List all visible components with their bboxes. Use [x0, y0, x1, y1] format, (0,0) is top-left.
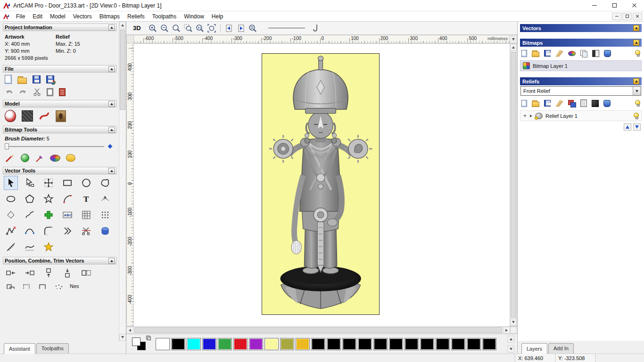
fit-curve-icon[interactable] [23, 224, 37, 238]
mdi-minimize-button[interactable] [612, 13, 621, 20]
star-wizard-icon[interactable] [41, 240, 56, 254]
minimize-button[interactable] [585, 0, 604, 11]
calculate-relief-icon[interactable] [580, 99, 587, 107]
color-swatch-16[interactable] [405, 338, 419, 350]
save-relief-icon[interactable] [544, 100, 551, 107]
palette-scroll-up-button[interactable] [507, 336, 514, 343]
bitmap-layer-name[interactable]: Bitmap Layer 1 [533, 63, 568, 69]
color-swatch-14[interactable] [373, 338, 388, 350]
palette-icon[interactable] [50, 155, 60, 162]
texture-relief-icon[interactable] [22, 110, 33, 122]
menu-model[interactable]: Model [46, 12, 69, 21]
sculpt-icon[interactable] [39, 111, 50, 121]
zoom-1to1-icon[interactable] [194, 23, 206, 34]
undo-icon[interactable] [5, 88, 13, 96]
relief-stack-icon[interactable] [568, 100, 576, 107]
relief-layer-lightbulb-icon[interactable] [634, 113, 639, 118]
create-arc-icon[interactable] [60, 192, 74, 206]
close-button[interactable] [624, 0, 644, 11]
color-swatch-20[interactable] [467, 338, 481, 350]
color-swatch-4[interactable] [218, 338, 232, 350]
view-3d-button[interactable]: 3D [130, 24, 144, 33]
color-swatch-1[interactable] [171, 338, 185, 350]
tab-assistant[interactable]: Assistant [4, 343, 35, 354]
open-model-icon[interactable] [17, 78, 27, 84]
menu-file[interactable]: File [12, 12, 29, 21]
text-block-icon[interactable]: ABC [60, 208, 74, 222]
paste-icon[interactable] [47, 88, 53, 96]
zoom-out-icon[interactable] [159, 23, 170, 34]
smudge-icon[interactable] [66, 154, 75, 162]
relief-lightbulb-icon[interactable] [635, 100, 640, 105]
export-model-icon[interactable] [46, 75, 54, 83]
color-swatch-8[interactable] [280, 338, 294, 350]
menu-reliefs[interactable]: Reliefs [124, 12, 149, 21]
expand-relief-layer-icon[interactable] [523, 114, 527, 118]
menu-help[interactable]: Help [208, 12, 227, 21]
scroll-up-button[interactable] [119, 22, 126, 29]
zoom-objects-icon[interactable] [247, 23, 258, 34]
color-swatch-11[interactable] [327, 338, 341, 350]
maximize-button[interactable] [604, 0, 624, 11]
menu-edit[interactable]: Edit [29, 12, 46, 21]
delete-bitmap-icon[interactable] [604, 50, 611, 57]
fillet-icon[interactable] [41, 224, 56, 238]
subtract-icon[interactable] [22, 283, 32, 289]
menu-window[interactable]: Window [180, 12, 208, 21]
collapse-model-button[interactable] [108, 101, 115, 107]
open-relief-icon[interactable] [532, 102, 539, 107]
section-profile-icon[interactable] [23, 240, 37, 254]
dropdown-button[interactable] [633, 87, 641, 95]
align-right-icon[interactable] [23, 266, 37, 280]
align-left-icon[interactable] [4, 266, 18, 280]
combine-icon[interactable] [6, 283, 16, 289]
color-swatch-13[interactable] [358, 338, 372, 350]
dot-pattern-icon[interactable] [98, 208, 112, 222]
swap-colors-icon[interactable] [146, 336, 151, 340]
ruler-units-button[interactable] [510, 35, 517, 43]
relief-layer-arrow-icon[interactable] [530, 115, 532, 117]
extrude-icon[interactable] [98, 224, 112, 238]
collapse-vectors-button[interactable] [633, 25, 639, 31]
preview-relief-icon[interactable] [592, 100, 599, 107]
color-swatch-2[interactable] [187, 338, 201, 350]
save-bitmap-icon[interactable] [544, 50, 551, 57]
node-editing-icon[interactable] [23, 176, 37, 190]
mdi-close-button[interactable] [633, 13, 642, 20]
canvas-hscroll-track[interactable] [133, 327, 503, 334]
transform-vectors-icon[interactable] [41, 176, 56, 190]
slider-handle[interactable] [5, 143, 9, 149]
bitmap-lightbulb-icon[interactable] [635, 50, 640, 55]
color-swatch-3[interactable] [202, 338, 216, 350]
zoom-in-icon[interactable] [147, 23, 158, 34]
menu-toolpaths[interactable]: Toolpaths [149, 12, 180, 21]
text-on-curve-icon[interactable]: A [98, 192, 112, 206]
new-relief-icon[interactable] [521, 100, 527, 107]
center-vectors-icon[interactable] [79, 266, 93, 280]
canvas-vertical-scrollbar[interactable] [510, 43, 517, 326]
redo-icon[interactable] [19, 88, 27, 96]
color-swatch-21[interactable] [482, 338, 496, 350]
scroll-track[interactable] [119, 29, 126, 334]
nesting-label[interactable]: Nes [70, 283, 79, 289]
delete-relief-icon[interactable] [603, 100, 611, 107]
create-text-icon[interactable]: T [79, 192, 93, 206]
relief-layer-name[interactable]: Relief Layer 1 [545, 113, 578, 119]
scroll-thumb[interactable] [120, 30, 125, 110]
merge-bitmap-icon[interactable] [580, 50, 587, 57]
collapse-reliefs-button[interactable] [633, 78, 639, 84]
canvas-scroll-left-button[interactable] [126, 327, 133, 334]
artwork[interactable] [262, 53, 380, 315]
tab-toolpaths[interactable]: Toolpaths [36, 343, 69, 354]
relief-layer-row[interactable]: Relief Layer 1 [520, 110, 642, 121]
color-swatch-19[interactable] [451, 338, 465, 350]
create-ellipse-icon[interactable] [4, 192, 18, 206]
menu-vectors[interactable]: Vectors [69, 12, 96, 21]
new-model-icon[interactable] [5, 75, 12, 84]
color-swatch-7[interactable] [264, 338, 279, 350]
freehand-draw-icon[interactable] [23, 208, 37, 222]
color-swatch-17[interactable] [420, 338, 434, 350]
offset-vector-icon[interactable] [60, 224, 74, 238]
paint-bitmap-icon[interactable] [568, 51, 576, 56]
zoom-previous-icon[interactable] [171, 23, 182, 34]
